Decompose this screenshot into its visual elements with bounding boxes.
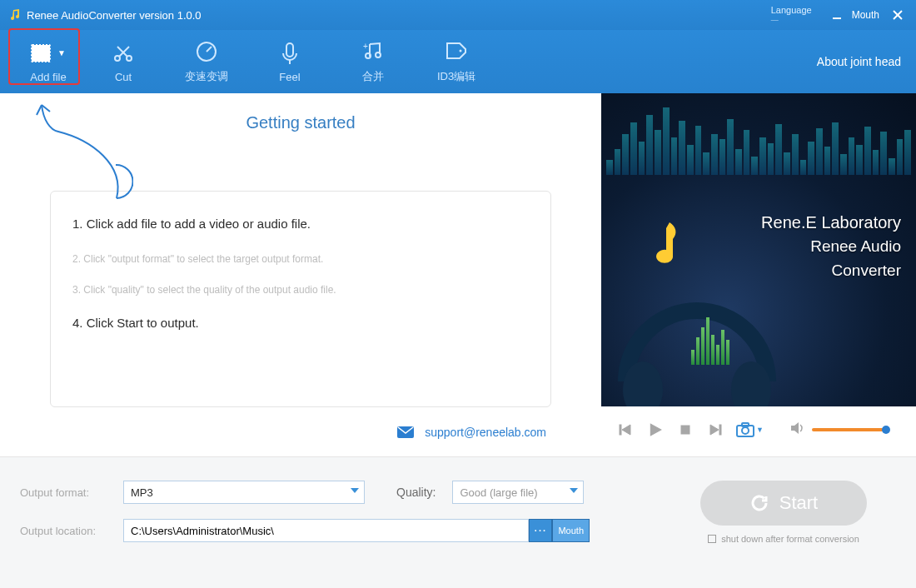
player-controls: ▼ <box>601 406 916 453</box>
equalizer-small-icon <box>691 315 729 365</box>
preview-image: Rene.E Laboratory Renee Audio Converter <box>601 93 916 406</box>
svg-line-11 <box>207 47 212 52</box>
music-note-icon <box>643 218 685 268</box>
svg-rect-26 <box>681 426 689 434</box>
volume-icon[interactable] <box>790 421 805 438</box>
cut-button[interactable]: Cut <box>82 41 165 83</box>
preview-panel: Rene.E Laboratory Renee Audio Converter <box>601 93 916 456</box>
svg-marker-27 <box>710 425 719 435</box>
merge-button[interactable]: + 合并 <box>331 39 415 84</box>
add-file-label: Add file <box>30 71 66 83</box>
app-title: Renee AudioConverter version 1.0.0 <box>27 9 202 22</box>
cut-label: Cut <box>115 71 132 83</box>
svg-rect-12 <box>286 43 293 57</box>
svg-point-15 <box>376 52 381 57</box>
step-1: 1. Click add file to add a video or audi… <box>72 215 529 232</box>
step-4: 4. Click Start to output. <box>72 314 529 331</box>
chevron-down-icon <box>570 488 578 493</box>
id3-button[interactable]: ID3编辑 <box>415 39 498 84</box>
refresh-icon <box>749 493 769 513</box>
svg-marker-24 <box>622 425 630 435</box>
svg-marker-25 <box>650 424 660 436</box>
language-selector[interactable]: Language— <box>771 6 812 25</box>
svg-marker-32 <box>791 422 799 434</box>
arrow-hint-icon <box>33 98 133 207</box>
getting-started-card: 1. Click add file to add a video or audi… <box>50 191 551 407</box>
close-button[interactable] <box>888 7 908 23</box>
next-button[interactable] <box>706 421 724 439</box>
support-email-link[interactable]: support@reneelab.com <box>425 426 546 439</box>
chevron-down-icon <box>351 488 359 493</box>
volume-control <box>790 421 887 438</box>
equalizer-icon <box>601 100 916 175</box>
merge-label: 合并 <box>362 69 384 84</box>
titlebar: Renee AudioConverter version 1.0.0 Langu… <box>0 0 916 30</box>
output-format-select[interactable]: MP3 <box>123 481 365 504</box>
browse-button[interactable]: ··· <box>529 519 552 542</box>
bottom-bar: Output format: MP3 Quality: Good (large … <box>0 456 916 588</box>
mail-icon <box>396 426 415 441</box>
main-content: Getting started 1. Click add file to add… <box>0 93 601 456</box>
prev-button[interactable] <box>616 421 635 439</box>
app-logo-icon <box>8 8 22 22</box>
record-button[interactable]: Feel <box>248 41 331 83</box>
preview-title: Rene.E Laboratory Renee Audio Converter <box>761 210 901 282</box>
mouth-label: Mouth <box>852 9 879 21</box>
support-row: support@reneelab.com <box>25 426 546 441</box>
quality-select[interactable]: Good (large file) <box>452 481 584 504</box>
svg-text:+: + <box>363 42 368 51</box>
snapshot-button[interactable]: ▼ <box>736 422 764 437</box>
step-2: 2. Click "output format" to select the t… <box>72 252 529 267</box>
svg-line-9 <box>117 47 127 57</box>
about-link[interactable]: About joint head <box>817 55 901 68</box>
output-location-label: Output location: <box>20 525 112 537</box>
svg-line-8 <box>119 47 129 57</box>
add-file-button[interactable]: ▼ Add file <box>15 41 82 83</box>
shutdown-checkbox[interactable]: shut down after format conversion <box>708 534 859 545</box>
start-button[interactable]: Start <box>700 481 867 526</box>
svg-rect-23 <box>620 425 621 435</box>
record-label: Feel <box>279 71 300 83</box>
stop-button[interactable] <box>676 421 694 439</box>
speed-button[interactable]: 变速变调 <box>165 39 248 84</box>
output-location-input[interactable] <box>123 519 529 542</box>
output-format-label: Output format: <box>20 486 112 499</box>
play-button[interactable] <box>646 421 665 439</box>
open-folder-button[interactable]: Mouth <box>552 519 590 542</box>
chevron-down-icon: ▼ <box>756 426 764 434</box>
id3-label: ID3编辑 <box>437 69 475 84</box>
quality-label: Quality: <box>396 486 436 499</box>
svg-rect-28 <box>719 425 721 435</box>
svg-point-30 <box>742 427 749 434</box>
chevron-down-icon: ▼ <box>57 48 66 57</box>
speed-label: 变速变调 <box>185 69 228 84</box>
step-3: 3. Click "quality" to select the quality… <box>72 283 529 297</box>
toolbar: ▼ Add file Cut 变速变调 Feel + 合并 ID3编辑 Abou… <box>0 30 916 93</box>
svg-point-18 <box>460 50 462 52</box>
minimize-button[interactable] <box>827 7 847 23</box>
volume-slider[interactable] <box>812 428 887 431</box>
